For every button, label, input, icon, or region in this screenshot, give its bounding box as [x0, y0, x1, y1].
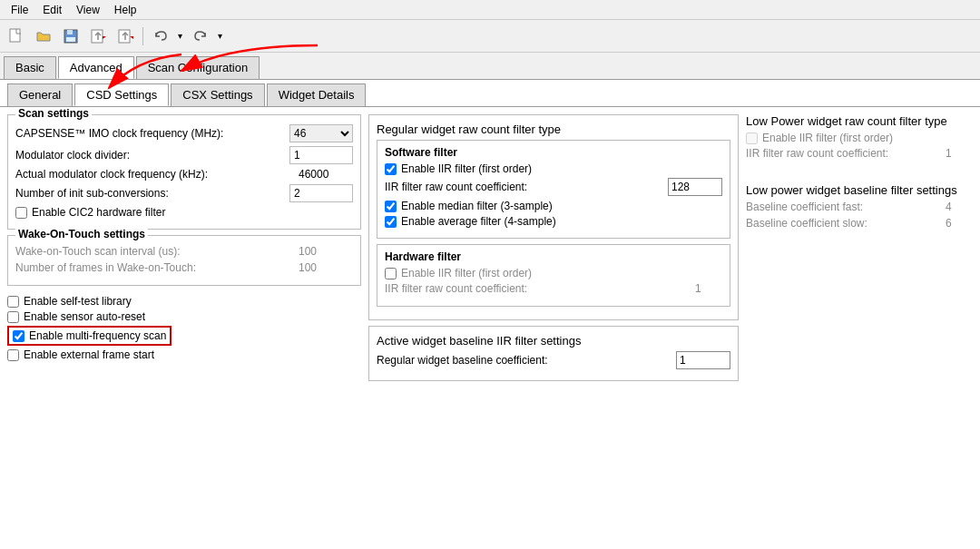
- scan-interval-row: Wake-on-Touch scan interval (us): 100: [15, 245, 353, 258]
- lp-iir-coeff-label: IIR filter raw count coefficient:: [746, 147, 946, 160]
- baseline-fast-row: Baseline coefficient fast: 4: [746, 201, 973, 213]
- hw-enable-iir-label: Enable IIR filter (first order): [401, 267, 532, 279]
- num-frames-label: Number of frames in Wake-on-Touch:: [15, 261, 299, 274]
- wake-on-touch-title: Wake-On-Touch settings: [15, 228, 148, 240]
- mid-panel: Regular widget raw count filter type Sof…: [368, 114, 739, 542]
- right-panel: Low Power widget raw count filter type E…: [746, 114, 973, 542]
- main-tabs: Basic Advanced Scan Configuration: [0, 53, 980, 80]
- num-frames-value: 100: [299, 261, 353, 274]
- svg-rect-4: [92, 30, 103, 43]
- menu-view[interactable]: View: [69, 2, 107, 18]
- enable-average-row: Enable average filter (4-sample): [385, 215, 722, 228]
- iir-coeff-label: IIR filter raw count coefficient:: [385, 181, 668, 193]
- menu-help[interactable]: Help: [107, 2, 144, 18]
- export1-button[interactable]: [85, 24, 111, 49]
- hw-iir-coeff-value: 1: [695, 282, 722, 295]
- iir-coeff-row: IIR filter raw count coefficient:: [385, 178, 722, 196]
- open-button[interactable]: [31, 24, 56, 49]
- wake-on-touch-group: Wake-On-Touch settings Wake-on-Touch sca…: [7, 235, 361, 286]
- svg-rect-0: [10, 29, 20, 42]
- tab-general[interactable]: General: [7, 83, 73, 106]
- lp-enable-iir-checkbox[interactable]: [746, 132, 758, 144]
- modulator-row: Modulator clock divider:: [15, 146, 353, 164]
- scan-interval-label: Wake-on-Touch scan interval (us):: [15, 245, 299, 258]
- tab-basic[interactable]: Basic: [4, 56, 56, 79]
- actual-freq-row: Actual modulator clock frequency (kHz): …: [15, 168, 353, 181]
- tab-csd-settings[interactable]: CSD Settings: [74, 83, 169, 106]
- hw-iir-coeff-label: IIR filter raw count coefficient:: [385, 282, 695, 295]
- redo-group: ▾: [188, 24, 226, 49]
- software-filter-title: Software filter: [385, 146, 722, 159]
- enable-average-label: Enable average filter (4-sample): [401, 215, 556, 228]
- tab-csx-settings[interactable]: CSX Settings: [171, 83, 264, 106]
- lp-iir-coeff-value: 1: [946, 147, 973, 160]
- redo-button[interactable]: [188, 24, 213, 49]
- enable-median-label: Enable median filter (3-sample): [401, 200, 553, 212]
- tab-advanced[interactable]: Advanced: [58, 56, 134, 79]
- svg-rect-2: [67, 30, 73, 34]
- lp-enable-iir-label: Enable IIR filter (first order): [762, 132, 893, 144]
- hardware-filter-section: Hardware filter Enable IIR filter (first…: [377, 244, 730, 307]
- regular-widget-section: Regular widget raw count filter type Sof…: [368, 114, 739, 320]
- capsense-row: CAPSENSE™ IMO clock frequency (MHz): 46 …: [15, 124, 353, 142]
- enable-median-checkbox[interactable]: [385, 201, 397, 212]
- enable-cic2-checkbox[interactable]: [15, 207, 27, 219]
- svg-rect-3: [66, 37, 75, 42]
- toolbar: ▾ ▾: [0, 20, 980, 53]
- undo-dropdown[interactable]: ▾: [173, 24, 186, 49]
- enable-median-row: Enable median filter (3-sample): [385, 200, 722, 212]
- low-power-baseline-section: Low power widget baseline filter setting…: [746, 183, 973, 233]
- num-init-row: Number of init sub-conversions:: [15, 184, 353, 202]
- lp-iir-coeff-row: IIR filter raw count coefficient: 1: [746, 147, 973, 160]
- num-init-label: Number of init sub-conversions:: [15, 187, 289, 200]
- enable-iir-row: Enable IIR filter (first order): [385, 162, 722, 175]
- ext-frame-row: Enable external frame start: [7, 348, 361, 361]
- baseline-fast-value: 4: [946, 201, 973, 213]
- low-power-widget-section: Low Power widget raw count filter type E…: [746, 114, 973, 163]
- regular-coeff-label: Regular widget baseline coefficient:: [377, 354, 676, 367]
- modulator-label: Modulator clock divider:: [15, 149, 289, 162]
- undo-group: ▾: [148, 24, 186, 49]
- num-frames-row: Number of frames in Wake-on-Touch: 100: [15, 261, 353, 274]
- new-button[interactable]: [4, 24, 29, 49]
- tab-scan-configuration[interactable]: Scan Configuration: [136, 56, 260, 79]
- multi-freq-checkbox[interactable]: [13, 330, 24, 342]
- ext-frame-checkbox[interactable]: [7, 349, 19, 361]
- capsense-select[interactable]: 46 48 50: [289, 124, 353, 142]
- active-widget-baseline-section: Active widget baseline IIR filter settin…: [368, 326, 739, 381]
- baseline-slow-value: 6: [946, 217, 973, 230]
- hw-enable-iir-row: Enable IIR filter (first order): [385, 267, 722, 279]
- tab-widget-details[interactable]: Widget Details: [267, 83, 367, 106]
- menu-file[interactable]: File: [4, 2, 35, 18]
- ext-frame-label: Enable external frame start: [24, 348, 154, 361]
- num-init-input[interactable]: [289, 184, 353, 202]
- regular-coeff-input[interactable]: [676, 351, 730, 369]
- undo-button[interactable]: [148, 24, 173, 49]
- export2-button[interactable]: [113, 24, 138, 49]
- self-test-checkbox[interactable]: [7, 296, 19, 308]
- menu-edit[interactable]: Edit: [35, 2, 69, 18]
- regular-coeff-row: Regular widget baseline coefficient:: [377, 351, 730, 369]
- redo-dropdown[interactable]: ▾: [213, 24, 226, 49]
- svg-rect-6: [119, 30, 130, 43]
- sensor-reset-label: Enable sensor auto-reset: [24, 310, 145, 323]
- sensor-reset-checkbox[interactable]: [7, 311, 19, 323]
- self-test-row: Enable self-test library: [7, 295, 361, 308]
- menubar: File Edit View Help: [0, 0, 980, 20]
- actual-freq-label: Actual modulator clock frequency (kHz):: [15, 168, 299, 181]
- capsense-label: CAPSENSE™ IMO clock frequency (MHz):: [15, 127, 289, 140]
- modulator-input[interactable]: [289, 146, 353, 164]
- enable-cic2-row: Enable CIC2 hardware filter: [15, 206, 353, 219]
- enable-iir-checkbox[interactable]: [385, 163, 397, 175]
- lp-enable-iir-row: Enable IIR filter (first order): [746, 132, 973, 144]
- enable-average-checkbox[interactable]: [385, 216, 397, 228]
- iir-coeff-input[interactable]: [668, 178, 722, 196]
- baseline-slow-row: Baseline coefficient slow: 6: [746, 217, 973, 230]
- baseline-slow-label: Baseline coefficient slow:: [746, 217, 946, 230]
- low-power-widget-title: Low Power widget raw count filter type: [746, 114, 973, 128]
- low-power-baseline-title: Low power widget baseline filter setting…: [746, 183, 973, 197]
- hw-enable-iir-checkbox[interactable]: [385, 268, 397, 279]
- multi-freq-label: Enable multi-frequency scan: [29, 329, 166, 342]
- actual-freq-value: 46000: [299, 168, 353, 181]
- save-button[interactable]: [58, 24, 83, 49]
